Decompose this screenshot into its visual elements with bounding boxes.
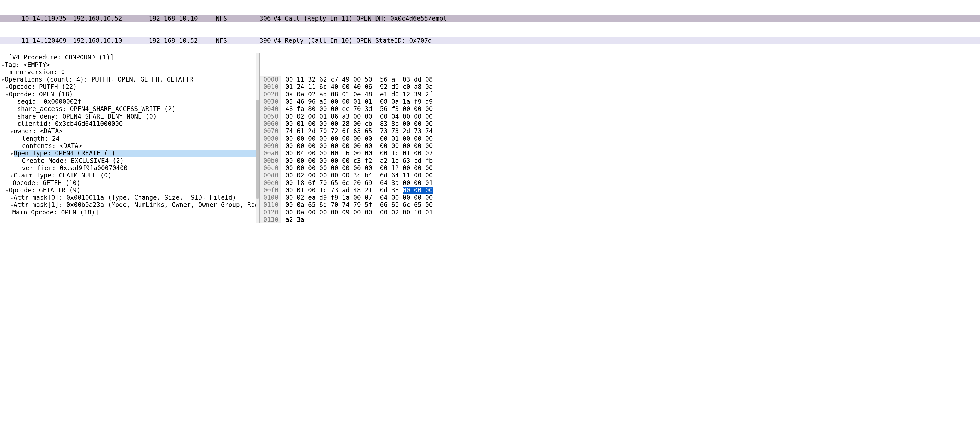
tree-owner[interactable]: owner: <DATA> xyxy=(0,127,259,135)
packet-details-pane[interactable]: [V4 Procedure: COMPOUND (1)] Tag: <EMPTY… xyxy=(0,53,259,223)
hex-row[interactable]: 00200a 0a 02 ad 08 01 0e 48e1 d0 12 39 2… xyxy=(259,91,980,98)
hex-bytes[interactable]: 00 01 00 1c 73 ad 48 210d 38 00 00 00 xyxy=(281,187,433,194)
hex-row[interactable]: 008000 00 00 00 00 00 00 0000 01 00 00 0… xyxy=(259,135,980,142)
collapse-arrow-icon[interactable] xyxy=(5,188,9,194)
hex-offset: 0000 xyxy=(259,76,281,83)
hex-row[interactable]: 012000 0a 00 00 00 09 00 0000 02 00 10 0… xyxy=(259,209,980,216)
hex-bytes[interactable]: 00 00 00 00 00 00 00 0000 00 00 00 00 xyxy=(281,142,433,150)
hex-bytes[interactable]: 01 24 11 6c 40 00 40 0692 d9 c0 a8 0a xyxy=(281,83,433,90)
hex-bytes-group2: 00 00 00 00 00 xyxy=(380,142,433,150)
hex-row[interactable]: 010000 02 ea d9 f9 1a 00 0704 00 00 00 0… xyxy=(259,194,980,201)
hex-bytes[interactable]: 00 04 00 00 00 16 00 0000 1c 01 00 07 xyxy=(281,150,433,157)
hex-row[interactable]: 007074 61 2d 70 72 6f 63 6573 73 2d 73 7… xyxy=(259,127,980,135)
hex-bytes[interactable]: 00 18 6f 70 65 6e 20 6964 3a 00 00 01 xyxy=(281,179,433,187)
tree-owner-contents[interactable]: contents: <DATA> xyxy=(0,142,259,150)
hex-bytes[interactable]: 00 02 00 01 86 a3 00 0000 04 00 00 00 xyxy=(281,113,433,120)
hex-bytes-group1: 00 0a 65 6d 70 74 79 5f xyxy=(285,201,372,209)
hex-bytes-group2: 64 3a 00 00 01 xyxy=(380,179,433,187)
tree-op-getfh[interactable]: Opcode: GETFH (10) xyxy=(0,179,259,187)
hex-row[interactable]: 0130a2 3a xyxy=(259,216,980,223)
tree-clientid[interactable]: clientid: 0x3cb46d6411000000 xyxy=(0,120,259,127)
tree-verifier[interactable]: verifier: 0xead9f91a00070400 xyxy=(0,165,259,172)
tree-procedure[interactable]: [V4 Procedure: COMPOUND (1)] xyxy=(0,54,259,61)
collapse-arrow-icon[interactable] xyxy=(10,151,14,157)
hex-row[interactable]: 011000 0a 65 6d 70 74 79 5f66 69 6c 65 0… xyxy=(259,201,980,209)
hex-bytes-group1: 00 02 ea d9 f9 1a 00 07 xyxy=(285,194,372,201)
hex-bytes[interactable]: 00 0a 65 6d 70 74 79 5f66 69 6c 65 00 xyxy=(281,201,433,209)
hex-bytes-group2: 00 12 00 00 00 xyxy=(380,165,433,172)
tree-main-opcode[interactable]: [Main Opcode: OPEN (18)] xyxy=(0,209,259,216)
no-arrow-icon xyxy=(14,121,17,127)
hex-bytes-group1: 00 01 00 00 00 28 00 cb xyxy=(285,120,372,127)
expand-arrow-icon[interactable] xyxy=(10,173,14,179)
packet-row[interactable]: 11 14.120469 192.168.10.10 192.168.10.52… xyxy=(0,37,980,44)
expand-arrow-icon[interactable] xyxy=(10,202,14,209)
tree-attr-mask0[interactable]: Attr mask[0]: 0x0010011a (Type, Change, … xyxy=(0,194,259,201)
tree-tag[interactable]: Tag: <EMPTY> xyxy=(0,61,259,68)
col-dst: 192.168.10.10 xyxy=(149,15,216,22)
hex-row[interactable]: 00f000 01 00 1c 73 ad 48 210d 38 00 00 0… xyxy=(259,187,980,194)
hex-bytes[interactable]: 05 46 96 a5 00 00 01 0108 0a 1a f9 d9 xyxy=(281,98,433,105)
hex-row[interactable]: 000000 11 32 62 c7 49 00 5056 af 03 dd 0… xyxy=(259,76,980,83)
hex-offset: 0040 xyxy=(259,105,281,112)
hex-bytes[interactable]: 48 fa 80 00 00 ec 70 3d56 f3 00 00 00 xyxy=(281,105,433,112)
hex-bytes[interactable]: 00 00 00 00 00 00 00 0000 01 00 00 00 xyxy=(281,135,433,142)
expand-arrow-icon[interactable] xyxy=(10,195,14,201)
hex-bytes-group1: 00 18 6f 70 65 6e 20 69 xyxy=(285,179,372,187)
collapse-arrow-icon[interactable] xyxy=(1,77,5,83)
packet-bytes-pane[interactable]: 000000 11 32 62 c7 49 00 5056 af 03 dd 0… xyxy=(259,53,980,223)
hex-bytes[interactable]: 00 00 00 00 00 00 00 0000 12 00 00 00 xyxy=(281,165,433,172)
hex-bytes[interactable]: 00 02 ea d9 f9 1a 00 0704 00 00 00 00 xyxy=(281,194,433,201)
hex-bytes-group2: 00 02 00 10 01 xyxy=(380,209,433,216)
hex-row[interactable]: 00e000 18 6f 70 65 6e 20 6964 3a 00 00 0… xyxy=(259,179,980,187)
collapse-arrow-icon[interactable] xyxy=(5,92,9,98)
hex-bytes[interactable]: 00 11 32 62 c7 49 00 5056 af 03 dd 08 xyxy=(281,76,433,83)
packet-list[interactable]: 10 14.119735 192.168.10.52 192.168.10.10… xyxy=(0,0,980,52)
hex-bytes-group1: 48 fa 80 00 00 ec 70 3d xyxy=(285,105,372,112)
hex-bytes-group1: 00 02 00 00 00 00 3c b4 xyxy=(285,172,372,179)
tree-attr-mask1[interactable]: Attr mask[1]: 0x00b0a23a (Mode, NumLinks… xyxy=(0,201,259,209)
expand-arrow-icon[interactable] xyxy=(1,62,5,68)
tree-claim-type[interactable]: Claim Type: CLAIM_NULL (0) xyxy=(0,172,259,179)
tree-op-getattr[interactable]: Opcode: GETATTR (9) xyxy=(0,187,259,194)
tree-scrollbar-thumb[interactable] xyxy=(256,100,259,199)
hex-bytes[interactable]: 74 61 2d 70 72 6f 63 6573 73 2d 73 74 xyxy=(281,127,433,135)
hex-offset: 0030 xyxy=(259,98,281,105)
tree-create-mode[interactable]: Create Mode: EXCLUSIVE4 (2) xyxy=(0,157,259,165)
col-proto: NFS xyxy=(216,37,253,44)
hex-offset: 0010 xyxy=(259,83,281,90)
hex-row[interactable]: 00a000 04 00 00 00 16 00 0000 1c 01 00 0… xyxy=(259,150,980,157)
tree-scrollbar[interactable] xyxy=(256,53,259,223)
hex-bytes-group2: a2 1e 63 cd fb xyxy=(380,157,433,165)
col-src: 192.168.10.10 xyxy=(73,37,149,44)
hex-row[interactable]: 00c000 00 00 00 00 00 00 0000 12 00 00 0… xyxy=(259,165,980,172)
col-info: V4 Call (Reply In 11) OPEN DH: 0x0c4d6e5… xyxy=(274,15,980,22)
hex-bytes[interactable]: 00 00 00 00 00 00 c3 f2a2 1e 63 cd fb xyxy=(281,157,433,165)
tree-operations[interactable]: Operations (count: 4): PUTFH, OPEN, GETF… xyxy=(0,76,259,83)
tree-minorversion[interactable]: minorversion: 0 xyxy=(0,68,259,76)
hex-bytes[interactable]: 00 02 00 00 00 00 3c b46d 64 11 00 00 xyxy=(281,172,433,179)
hex-offset: 00c0 xyxy=(259,165,281,172)
hex-row[interactable]: 005000 02 00 01 86 a3 00 0000 04 00 00 0… xyxy=(259,113,980,120)
tree-owner-length[interactable]: length: 24 xyxy=(0,135,259,142)
hex-bytes[interactable]: 0a 0a 02 ad 08 01 0e 48e1 d0 12 39 2f xyxy=(281,91,433,98)
hex-bytes[interactable]: 00 0a 00 00 00 09 00 0000 02 00 10 01 xyxy=(281,209,433,216)
tree-op-putfh[interactable]: Opcode: PUTFH (22) xyxy=(0,83,259,90)
hex-row[interactable]: 009000 00 00 00 00 00 00 0000 00 00 00 0… xyxy=(259,142,980,150)
tree-open-type[interactable]: Open Type: OPEN4_CREATE (1) xyxy=(0,150,259,157)
packet-row[interactable]: 10 14.119735 192.168.10.52 192.168.10.10… xyxy=(0,15,980,22)
hex-row[interactable]: 00b000 00 00 00 00 00 c3 f2a2 1e 63 cd f… xyxy=(259,157,980,165)
hex-bytes[interactable]: 00 01 00 00 00 28 00 cb83 8b 00 00 00 xyxy=(281,120,433,127)
hex-bytes[interactable]: a2 3a xyxy=(281,216,304,223)
hex-row[interactable]: 006000 01 00 00 00 28 00 cb83 8b 00 00 0… xyxy=(259,120,980,127)
tree-share-access[interactable]: share_access: OPEN4_SHARE_ACCESS_WRITE (… xyxy=(0,105,259,112)
tree-op-open[interactable]: Opcode: OPEN (18) xyxy=(0,91,259,98)
tree-share-deny[interactable]: share_deny: OPEN4_SHARE_DENY_NONE (0) xyxy=(0,113,259,120)
hex-row[interactable]: 00d000 02 00 00 00 00 3c b46d 64 11 00 0… xyxy=(259,172,980,179)
hex-row[interactable]: 003005 46 96 a5 00 00 01 0108 0a 1a f9 d… xyxy=(259,98,980,105)
collapse-arrow-icon[interactable] xyxy=(10,128,14,135)
expand-arrow-icon[interactable] xyxy=(5,84,9,90)
hex-row[interactable]: 001001 24 11 6c 40 00 40 0692 d9 c0 a8 0… xyxy=(259,83,980,90)
hex-row[interactable]: 004048 fa 80 00 00 ec 70 3d56 f3 00 00 0… xyxy=(259,105,980,112)
tree-seqid[interactable]: seqid: 0x0000002f xyxy=(0,98,259,105)
